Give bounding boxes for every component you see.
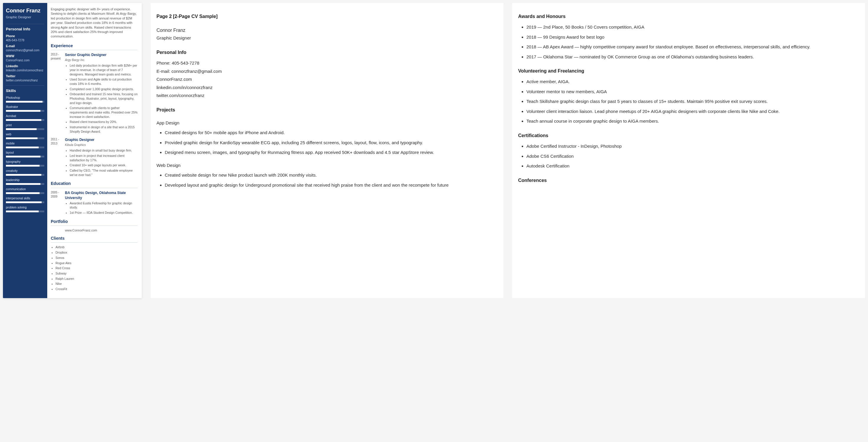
contact-label: LinkedIn (6, 64, 44, 68)
list-item: Volunteer mentor to new members, AIGA (526, 88, 859, 96)
bullet-item: Onboarded and trained 15 new hires, focu… (70, 92, 137, 105)
skill-name: mobile (6, 141, 44, 146)
list-item: Created website design for new Nike prod… (165, 171, 497, 179)
summary-text: Engaging graphic designer with 8+ years … (51, 7, 137, 39)
list-item: Sonos (56, 256, 137, 260)
page2-personal-info-heading: Personal Info (156, 48, 497, 56)
skill-name: leadership (6, 178, 44, 182)
job-bullets: Led daily production in design firm with… (65, 63, 137, 134)
personal-info-heading: Personal Info (6, 24, 44, 32)
list-item: 2018 — AB Apex Award — highly competitiv… (526, 43, 859, 51)
job-dates: 2011 - 2013 (51, 137, 65, 178)
skill-bar (6, 165, 44, 167)
skill-item: Illustrator (6, 105, 44, 112)
page2-role: Graphic Designer (156, 34, 497, 42)
skill-name: Illustrator (6, 105, 44, 109)
skill-item: communication (6, 187, 44, 194)
contact-value: linkedin.com/in/connorzfranz (6, 68, 44, 72)
skill-item: Acrobat (6, 114, 44, 121)
jobs-list: 2013 - presentSenior Graphic DesignerArg… (51, 53, 137, 178)
edu-bullets: Awarded Eustis Fellowship for graphic de… (65, 201, 137, 215)
portfolio-heading: Portfolio (51, 219, 137, 226)
edu-title: BA Graphic Design, Oklahoma State Univer… (65, 191, 137, 201)
skill-item: interpersonal skills (6, 196, 44, 203)
skill-item: Photoshop (6, 96, 44, 103)
contact-line: linkedin.com/in/connorzfranz (156, 84, 497, 92)
bullet-item: Completed over 1,000 graphic design proj… (70, 87, 137, 92)
bullet-item: Instrumental in design of a site that wo… (70, 125, 137, 134)
skill-bar (6, 210, 44, 212)
list-item: Developed layout and graphic design for … (165, 181, 497, 189)
skill-item: web (6, 132, 44, 139)
edu-dates: 2005 - 2009 (51, 191, 65, 216)
skill-bar (6, 146, 44, 148)
skill-name: print (6, 123, 44, 127)
bullet-item: Raised client transactions by 20%. (70, 120, 137, 124)
skills-heading: Skills (6, 86, 44, 94)
skill-item: mobile (6, 141, 44, 148)
list-item: 2018 — 99 Designs Award for best logo (526, 33, 859, 41)
resume-main: Engaging graphic designer with 8+ years … (47, 3, 142, 298)
contact-value: 405-543-7278 (6, 38, 44, 42)
contact-line: ConnorFranz.com (156, 75, 497, 83)
contact-label: WWW (6, 54, 44, 58)
web-design-heading: Web Design (156, 162, 497, 169)
page2-title: Page 2 [2-Page CV Sample] (156, 12, 497, 20)
experience-heading: Experience (51, 43, 137, 50)
page2-name: Connor Franz (156, 26, 497, 34)
education-heading: Education (51, 181, 137, 188)
page2-left-column: Page 2 [2-Page CV Sample] Connor Franz G… (151, 3, 503, 298)
contact-list: Phone405-543-7278E-mailconnorzfranz@gmai… (6, 34, 44, 82)
resume-sidebar: Connor Franz Graphic Designer Personal I… (3, 3, 47, 298)
list-item: Provided graphic design for KardioSpy we… (165, 139, 497, 146)
bullet-item: Created 10+ web page layouts per week. (70, 163, 137, 168)
bullet-item: Communicated with clients to gather requ… (70, 106, 137, 119)
bullet-item: Called by CEO, "The most valuable employ… (70, 168, 137, 177)
app-design-heading: App Design (156, 119, 497, 127)
skill-bar (6, 156, 44, 158)
job-dates: 2013 - present (51, 53, 65, 134)
job-entry: 2013 - presentSenior Graphic DesignerArg… (51, 53, 137, 134)
list-item: 2017 — Oklahoma Star — nominated by OK C… (526, 53, 859, 61)
list-item: Created designs for 50+ mobile apps for … (165, 129, 497, 137)
contact-value: connorzfranz@gmail.com (6, 48, 44, 53)
job-entry: 2011 - 2013Graphic DesignerKibula Graphi… (51, 137, 137, 178)
contact-label: Twitter (6, 74, 44, 78)
skill-bar (6, 128, 44, 130)
list-item: Teach annual course in corporate graphic… (526, 117, 859, 125)
skill-name: communication (6, 187, 44, 191)
list-item: Designed menu screen, images, and typogr… (165, 148, 497, 156)
list-item: Volunteer client interaction liaison. Le… (526, 108, 859, 115)
awards-heading: Awards and Honours (518, 12, 859, 20)
skill-item: print (6, 123, 44, 130)
volunteer-list: Active member, AIGA.Volunteer mentor to … (518, 78, 859, 125)
list-item: Autodesk Certification (526, 162, 859, 170)
list-item: Red Cross (56, 266, 137, 270)
page2-contacts: Phone: 405-543-7278E-mail: connorzfranz@… (156, 59, 497, 99)
skill-bar (6, 201, 44, 203)
list-item: Teach Skillshare graphic design class fo… (526, 98, 859, 105)
skill-name: problem solving (6, 206, 44, 210)
skill-bar (6, 119, 44, 121)
contact-line: Phone: 405-543-7278 (156, 59, 497, 67)
skill-name: web (6, 132, 44, 137)
contact-line: twitter.com/connorzfranz (156, 92, 497, 99)
job-company: Kibula Graphics (65, 143, 137, 147)
contact-line: E-mail: connorzfranz@gmail.com (156, 68, 497, 75)
skill-item: typography (6, 160, 44, 167)
skill-name: typography (6, 160, 44, 164)
job-title: Graphic Designer (65, 137, 137, 142)
job-bullets: Handled design in small but busy design … (65, 148, 137, 177)
bullet-item: Used Scrum and Agile skills to cut produ… (70, 77, 137, 86)
contact-label: Phone (6, 34, 44, 38)
certs-list: Adobe Certified Instructor - InDesign, P… (518, 142, 859, 170)
list-item: 2019 — 2nd Place, 50 Books / 50 Covers c… (526, 23, 859, 31)
skill-bar (6, 101, 44, 103)
skill-item: leadership (6, 178, 44, 185)
awards-list: 2019 — 2nd Place, 50 Books / 50 Covers c… (518, 23, 859, 61)
contact-value: twitter.com/connorzfranz (6, 78, 44, 82)
list-item: Nike (56, 282, 137, 286)
skills-list: PhotoshopIllustratorAcrobatprintwebmobil… (6, 96, 44, 212)
skill-bar (6, 110, 44, 112)
candidate-role: Graphic Designer (6, 15, 44, 20)
